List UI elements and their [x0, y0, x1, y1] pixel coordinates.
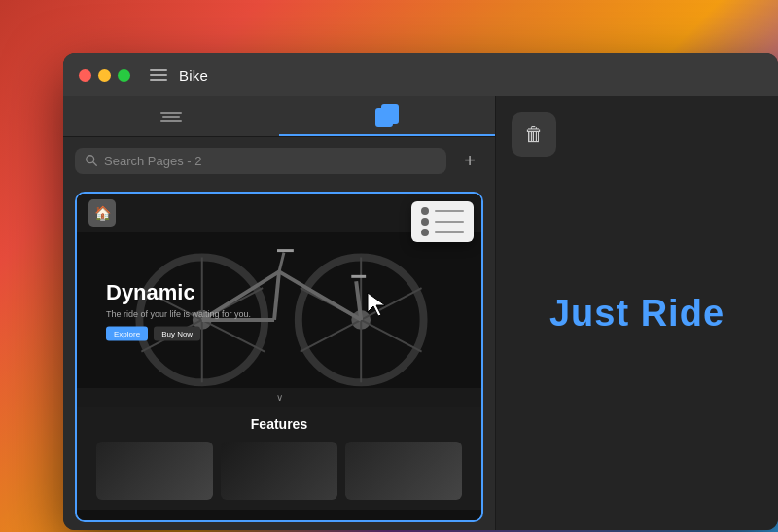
features-title: Features	[96, 416, 462, 432]
main-content: + 🏠	[63, 96, 778, 530]
plus-icon: +	[464, 151, 476, 170]
tab-layers[interactable]	[63, 96, 279, 136]
menu-bar-2	[150, 74, 167, 76]
hero-title: Dynamic	[106, 280, 251, 305]
search-icon	[85, 154, 98, 167]
features-grid	[96, 442, 462, 500]
tab-pages[interactable]	[279, 96, 495, 136]
svg-line-19	[279, 271, 361, 320]
svg-line-14	[361, 320, 421, 352]
right-panel: 🗑 Just Ride	[496, 96, 778, 530]
hero-subtitle: The ride of your life is waiting for you…	[106, 309, 251, 319]
delete-page-button[interactable]: 🗑	[512, 112, 556, 157]
app-window: Bike	[63, 53, 778, 530]
layers-icon	[159, 104, 184, 129]
trash-icon: 🗑	[524, 124, 544, 146]
page-title-display: Just Ride	[549, 293, 725, 335]
maximize-button[interactable]	[118, 69, 130, 82]
titlebar: Bike	[63, 53, 778, 96]
menu-bar-3	[150, 79, 167, 81]
add-page-button[interactable]: +	[456, 147, 483, 174]
explore-button[interactable]: Explore	[106, 327, 148, 341]
traffic-lights	[79, 69, 130, 82]
left-panel: + 🏠	[63, 96, 496, 530]
search-container	[75, 148, 446, 174]
preview-hero: Dynamic The ride of your life is waiting…	[77, 232, 481, 388]
svg-line-1	[93, 162, 97, 166]
svg-line-16	[301, 320, 361, 352]
menu-icon[interactable]	[150, 69, 167, 81]
menu-bar-1	[150, 69, 167, 71]
feature-image-2	[221, 442, 337, 500]
toolbar	[63, 96, 495, 137]
svg-line-13	[361, 288, 421, 320]
svg-line-20	[274, 271, 279, 320]
popup-item-2	[421, 218, 464, 226]
window-title: Bike	[179, 67, 208, 84]
svg-line-24	[279, 253, 284, 272]
page-card[interactable]: 🏠	[75, 192, 483, 522]
scroll-indicator: ∨	[77, 388, 481, 407]
search-row: +	[63, 137, 495, 184]
feature-image-3	[345, 442, 462, 500]
feature-image-1	[96, 442, 213, 500]
preview-menu-popup	[411, 201, 474, 242]
page-preview: 🏠	[77, 194, 481, 520]
buy-button[interactable]: Buy Now	[154, 327, 200, 341]
hero-buttons: Explore Buy Now	[106, 327, 251, 341]
close-button[interactable]	[79, 69, 91, 82]
home-icon: 🏠	[88, 199, 116, 227]
search-input[interactable]	[104, 154, 437, 168]
features-section: Features	[77, 407, 481, 510]
hero-text: Dynamic The ride of your life is waiting…	[106, 280, 251, 341]
popup-item-3	[421, 229, 464, 236]
page-rect-front	[375, 108, 393, 127]
pages-icon	[375, 104, 399, 127]
pages-list: 🏠	[63, 184, 495, 530]
popup-item-1	[421, 207, 464, 215]
minimize-button[interactable]	[98, 69, 111, 82]
